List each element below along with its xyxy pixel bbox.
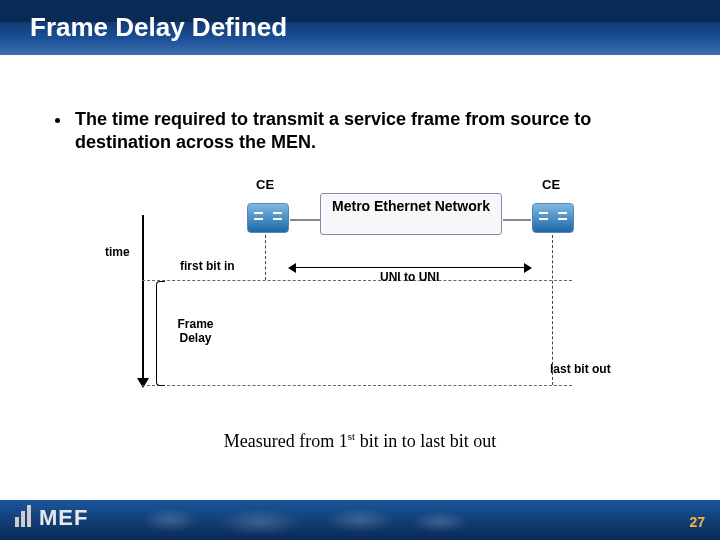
time-axis-label: time [105, 245, 130, 259]
link-left [290, 219, 320, 221]
time-axis-line [142, 215, 144, 380]
frame-delay-brace-icon [156, 281, 165, 386]
mef-logo: MEF [15, 505, 88, 533]
uni-arrow-left-icon [288, 263, 296, 273]
ce-left-label: CE [256, 177, 274, 192]
last-bit-hline [142, 385, 572, 387]
link-right [503, 219, 531, 221]
page-number: 27 [689, 514, 705, 530]
men-box: Metro Ethernet Network [320, 193, 502, 235]
router-left-icon [247, 203, 289, 233]
ce-right-label: CE [542, 177, 560, 192]
slide-title: Frame Delay Defined [30, 12, 287, 43]
first-bit-vline [265, 235, 267, 280]
last-bit-label: last bit out [550, 362, 611, 376]
diagram-caption: Measured from 1st bit in to last bit out [0, 430, 720, 452]
frame-delay-diagram: CE CE Metro Ethernet Network time first … [100, 175, 620, 410]
first-bit-label: first bit in [180, 259, 235, 273]
mef-logo-text: MEF [39, 505, 88, 530]
uni-span-line [295, 267, 525, 269]
frame-delay-label: Frame Delay [168, 317, 223, 345]
bullet-icon [55, 118, 60, 123]
uni-arrow-right-icon [524, 263, 532, 273]
first-bit-hline [142, 280, 572, 282]
router-right-icon [532, 203, 574, 233]
footer-map-icon [130, 500, 480, 540]
caption-rest: bit in to last bit out [355, 431, 496, 451]
footer-bar: MEF 27 [0, 500, 720, 540]
uni-label: UNI to UNI [380, 270, 439, 284]
mef-logo-bars-icon [15, 505, 33, 533]
bullet-text: The time required to transmit a service … [75, 108, 635, 155]
caption-lead: Measured from 1 [224, 431, 348, 451]
